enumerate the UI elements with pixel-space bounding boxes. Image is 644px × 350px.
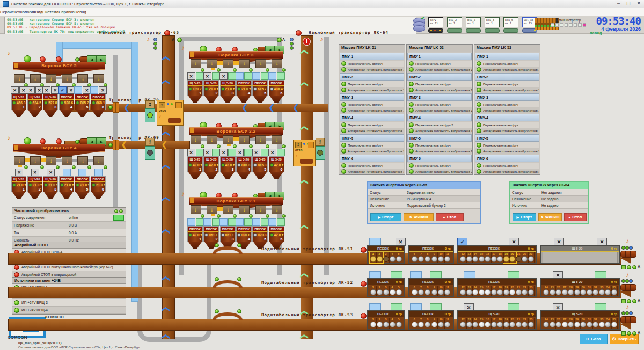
bin-checkbox[interactable] [244, 149, 252, 156]
discharge-gate-button[interactable]: ↓ [30, 156, 41, 165]
bin-checkbox[interactable] [277, 149, 285, 156]
discharge-gate-button[interactable]: ↓ [191, 59, 201, 68]
bin-checkbox[interactable] [203, 218, 211, 226]
bin-checkbox[interactable]: ✓ [58, 86, 67, 94]
bin-checkbox[interactable]: ✕ [11, 86, 19, 94]
diverter-gate-icon[interactable]: ↥ [145, 100, 155, 108]
menu-item-1[interactable]: Сервис [0, 10, 14, 14]
storage-bin[interactable]: ПЕСОК21.0 т4 [59, 176, 74, 199]
bin-checkbox[interactable] [252, 218, 260, 226]
discharge-gate-button[interactable]: ↓ [223, 205, 233, 214]
bin-checkbox[interactable] [212, 149, 220, 156]
storage-bin[interactable]: ПЕСОК020.8 т5 [252, 226, 268, 249]
discharge-gate-button[interactable]: ↓ [255, 205, 266, 214]
device-bsu_5[interactable]: bsu_5ms 1 [503, 17, 518, 33]
bin-checkbox[interactable]: ✕ [99, 86, 107, 94]
discharge-gate-button[interactable]: ↓ [14, 156, 25, 165]
bin-checkbox[interactable] [228, 72, 236, 80]
storage-bin[interactable]: Щ 5-2042.0 т6 [269, 156, 284, 179]
discharge-gate-button[interactable]: ↓ [191, 135, 201, 144]
bin-checkbox[interactable] [78, 169, 86, 176]
storage-bin[interactable]: Щ 5-20624.5 т2 [27, 94, 42, 117]
bin-checkbox[interactable]: ✕ [203, 149, 211, 156]
discharge-gate-button[interactable]: ↓ [239, 205, 250, 214]
discharge-gate-button[interactable]: ↓ [46, 156, 56, 165]
bin-checkbox[interactable] [90, 86, 98, 94]
discharge-gate-button[interactable]: ↓ [239, 135, 250, 144]
bin-checkbox[interactable] [196, 149, 204, 156]
bin-checkbox[interactable] [212, 218, 220, 226]
discharge-gate-button[interactable]: ↓ [223, 59, 233, 68]
storage-bin[interactable]: ПЕСОК21.0 т6 [91, 176, 106, 199]
bin-checkbox[interactable] [277, 218, 285, 226]
bin-checkbox[interactable] [74, 86, 82, 94]
discharge-gate-button[interactable]: ↓ [77, 156, 88, 165]
discharge-gate-button[interactable]: ↓ [239, 59, 250, 68]
menu-item-4[interactable]: Система [42, 10, 58, 14]
storage-bin[interactable]: Щ 5-20816.3 т4 [236, 156, 252, 179]
bin-checkbox[interactable] [187, 218, 195, 226]
discharge-gate-button[interactable]: ↓ [93, 74, 104, 83]
bin-checkbox[interactable]: ✕ [236, 149, 244, 156]
discharge-gate-button[interactable]: ↓ [46, 74, 56, 83]
storage-bin[interactable]: ПЕСОК528.6 т4 [59, 94, 74, 117]
storage-bin[interactable]: ПЕСОК42.0 т1 [187, 226, 203, 249]
database-icon[interactable]: ✔ [413, 18, 425, 31]
device-serv[interactable]: servms 21 [428, 17, 443, 33]
bin-checkbox[interactable] [236, 218, 244, 226]
diverter-gate-icon[interactable]: ↥ [145, 138, 155, 146]
bin-checkbox[interactable]: ✕ [42, 86, 50, 94]
injection-start-button[interactable]: ▶Старт [370, 213, 401, 221]
injection-stop-button[interactable]: ■Стоп [436, 213, 464, 221]
close-icon[interactable]: ✕ [636, 1, 641, 6]
bin-checkbox[interactable]: ✕ [15, 169, 23, 176]
discharge-gate-button[interactable]: ↓ [272, 59, 282, 68]
injection-finish-button[interactable]: ⚑Финиш [404, 213, 434, 221]
transfer-cart-2696[interactable]: ↥2696♪ [157, 100, 184, 126]
injection-stop-button[interactable]: ■Стоп [564, 213, 587, 221]
bin-checkbox[interactable] [63, 169, 71, 176]
discharge-gate-button[interactable]: ↓ [207, 205, 217, 214]
transfer-cart-6718[interactable]: ↥6718♪ [293, 140, 316, 166]
discharge-gate-button[interactable]: ↓ [77, 74, 88, 83]
bin-checkbox[interactable] [196, 218, 204, 226]
storage-bin[interactable]: Щ 5-20466.3 т1 [11, 94, 26, 117]
bin-checkbox[interactable] [228, 149, 236, 156]
storage-bin[interactable]: Щ 5-2021.0 т3 [43, 176, 58, 199]
storage-bin[interactable]: ПЕСОК805.2 т5 [75, 94, 90, 117]
bin-checkbox[interactable]: ✕ [31, 169, 39, 176]
discharge-gate-button[interactable]: ↓ [207, 135, 217, 144]
storage-bin[interactable]: ПЕСОК668.1 т6 [91, 94, 106, 117]
menu-item-3[interactable]: Вид [35, 10, 42, 14]
storage-bin[interactable]: Щ 5-2021.0 т1 [11, 176, 26, 199]
bin-checkbox[interactable]: ✕ [47, 169, 55, 176]
bin-checkbox[interactable]: ✕ [252, 149, 260, 156]
bin-checkbox[interactable] [244, 218, 252, 226]
bin-checkbox[interactable] [236, 72, 244, 80]
bin-checkbox[interactable] [252, 72, 260, 80]
base-button[interactable]: ∷ База [580, 334, 608, 344]
discharge-gate-button[interactable]: ↓ [191, 205, 201, 214]
device-bsu_4[interactable]: bsu_4ms 1 [485, 17, 500, 33]
maximize-button[interactable]: ◻ [626, 1, 630, 6]
discharge-gate-button[interactable]: ↓ [93, 156, 104, 165]
discharge-gate-button[interactable]: ↓ [223, 135, 233, 144]
discharge-gate-button[interactable]: ↓ [272, 205, 282, 214]
bin-checkbox[interactable] [277, 72, 285, 80]
bin-checkbox[interactable] [261, 218, 269, 226]
storage-bin[interactable]: Щ 5-2021.0 т3 [220, 80, 236, 103]
discharge-gate-button[interactable]: ↓ [62, 156, 72, 165]
bin-checkbox[interactable] [261, 149, 269, 156]
bin-checkbox[interactable] [261, 72, 269, 80]
storage-bin[interactable]: ПЕСОК061.1 т3 [220, 226, 236, 249]
bin-checkbox[interactable] [268, 72, 276, 80]
storage-bin[interactable]: ПЕСОК42.0 т6 [269, 226, 284, 249]
bin-checkbox[interactable] [94, 169, 103, 176]
bin-checkbox[interactable]: ✕ [27, 86, 35, 94]
bin-checkbox[interactable]: ✕ [187, 72, 195, 80]
menu-item-6[interactable]: Debug [75, 10, 86, 14]
bin-checkbox[interactable] [268, 218, 276, 226]
menu-item-2[interactable]: Технология [14, 10, 35, 14]
storage-bin[interactable]: Щ 5-20139.2 т1 [187, 80, 203, 103]
device-bsu_3[interactable]: bsu_3ms 1 [466, 17, 481, 33]
